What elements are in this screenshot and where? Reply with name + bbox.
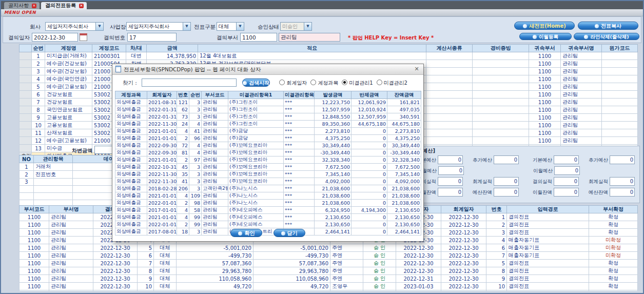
cell[interactable] [473,99,529,106]
cell[interactable]: 8 [32,106,45,114]
cell[interactable] [473,114,529,122]
cell[interactable]: 62 [177,106,189,113]
cell[interactable]: 확정 [589,275,638,283]
cell[interactable]: 외상매출금 [115,121,147,128]
cell[interactable]: 21,038,600 [387,192,421,200]
cell[interactable]: 외상매출금 [115,171,147,178]
cell[interactable]: 30,349,440 [387,142,421,149]
cell[interactable]: 7,345,140 [315,171,352,178]
column-header[interactable]: 발생금액 [315,91,352,99]
cell[interactable]: 외상매출금 [115,164,147,171]
calendar-icon[interactable] [80,33,87,41]
cell[interactable]: 4 [177,207,189,214]
cell[interactable]: 3 [189,106,202,113]
cell[interactable]: 관리팀 [202,113,228,121]
column-header[interactable]: 미결관리항목2 [284,91,315,99]
cell[interactable]: 2022-12-31 [396,275,441,283]
cell[interactable]: 110,058,960 [177,275,253,283]
field-value[interactable]: 0 [494,188,519,197]
cell[interactable] [34,186,73,193]
cell[interactable]: 1100 [19,275,49,283]
column-header[interactable]: 부서코드 [202,91,228,99]
cell[interactable]: (주)그린조이 [228,106,284,113]
cell[interactable]: 외상매출금 [115,192,147,200]
cell[interactable]: *** [284,113,315,121]
cell[interactable]: 관리팀 [49,213,93,221]
table-row[interactable]: 1100관리팀2022-12-305대체-5,001,020-5,001,020… [19,244,638,252]
table-row[interactable]: 외상매출금2021-01-01296관리팀(주)금당***4,375,25004… [115,135,421,142]
cell[interactable]: *** [284,156,315,164]
cell[interactable]: 주엔 [330,290,363,291]
cell[interactable]: (주)그린조이 [228,99,284,106]
cell[interactable]: *** [284,185,315,192]
cell[interactable]: 9 [32,114,45,122]
cell[interactable]: 관리팀 [202,214,228,221]
cell[interactable] [602,75,638,83]
cell[interactable]: (주)그린조이 [228,113,284,121]
cell[interactable]: 12 [32,137,45,145]
cell[interactable]: (주)금당 [228,135,284,142]
chevron-down-icon[interactable]: ▼ [304,23,311,30]
cell[interactable]: 관리팀 [561,106,602,114]
cell[interactable] [19,114,32,122]
cell[interactable] [602,129,638,137]
cell[interactable]: 외상매출금 [115,207,147,214]
cell[interactable]: 58 [189,207,202,214]
cell[interactable]: 11 [32,129,45,137]
cell[interactable]: *** [284,142,315,149]
column-header[interactable]: 번호 [177,91,189,99]
table-row[interactable]: 1100관리팀2022-12-3111대체35,52035,520주엔승 인20… [19,290,638,291]
cell[interactable]: 44,675,180 [387,121,421,128]
cell[interactable] [602,106,638,114]
cell[interactable]: 2021-01-01 [147,128,177,135]
field-value[interactable]: 0 [610,177,635,186]
cell[interactable]: 0 [352,135,387,142]
field-value[interactable]: 0 [438,188,463,197]
cell[interactable]: 2022-12-30 [396,260,441,267]
cell[interactable]: 12,223,750 [315,99,352,106]
cell[interactable]: 2022-12-30 [441,260,486,267]
cell[interactable]: 2 [177,200,189,207]
column-header[interactable]: 부서확정 [589,206,638,213]
cell[interactable] [426,83,473,91]
cell[interactable]: 2022-12-30 [396,267,441,275]
cell[interactable]: 2022-01-01 [147,200,177,207]
cell[interactable]: 예수금(국민연금) [45,75,92,83]
cell[interactable]: 121 [177,99,189,106]
cell[interactable]: 14,378,950 [147,52,198,60]
cell[interactable]: 2021-01-01 [147,156,177,164]
cell[interactable]: 2022-11-30 [147,121,177,128]
cell[interactable]: 결의전표 [507,267,589,275]
table-row[interactable]: 외상매출금2022-11-30413관리팀(주)꼬메요코리아***4,092,0… [115,178,421,185]
popup-title-bar[interactable]: 전표세부항목(SPNDCDPop) 팝업 -- 웹 페이지 대화 상자 ✕ [112,64,423,75]
cell[interactable]: 관리팀 [561,129,602,137]
cell[interactable]: 8 [138,267,154,275]
cell[interactable]: 관리팀 [202,164,228,171]
cell[interactable]: 승 인 [363,283,396,290]
cell[interactable]: 72 [177,142,189,149]
field-value[interactable]: 0 [554,177,579,186]
cell[interactable]: 관리팀 [561,60,602,68]
cell[interactable] [426,129,473,137]
cell[interactable]: (주)네오피에스 [228,207,284,214]
cell[interactable] [602,122,638,129]
cell[interactable]: 35 [177,171,189,178]
cell[interactable]: 4 [32,75,45,83]
radio-미결관리2[interactable]: 미결관리2 [377,80,407,86]
cell[interactable]: 3 [189,185,202,192]
table-row[interactable]: 1미지급금(거래처)21000301대변14,378,95012월 4대보험료1… [19,52,638,60]
table-row[interactable]: 1100관리팀2022-12-308대체29,963,78029,963,780… [19,267,638,275]
cell[interactable]: 3 [189,99,202,106]
cell[interactable]: 2022-12-30 [441,213,486,221]
cell[interactable]: 대체 [154,260,177,267]
cell[interactable]: 81 [177,149,189,156]
cell[interactable]: 2022-12-30 [441,229,486,237]
cell[interactable]: 2022-12-30 [441,283,486,290]
column-header[interactable]: 계정명 [45,45,92,52]
cell[interactable]: 2022-12-30 [441,244,486,252]
cell[interactable]: 관리팀 [49,252,93,260]
cell[interactable]: 2,130,650 [315,214,352,221]
cell[interactable]: 49,720 [177,283,253,290]
cell[interactable]: *** [284,200,315,207]
cell[interactable]: 7,345,140 [387,171,421,178]
